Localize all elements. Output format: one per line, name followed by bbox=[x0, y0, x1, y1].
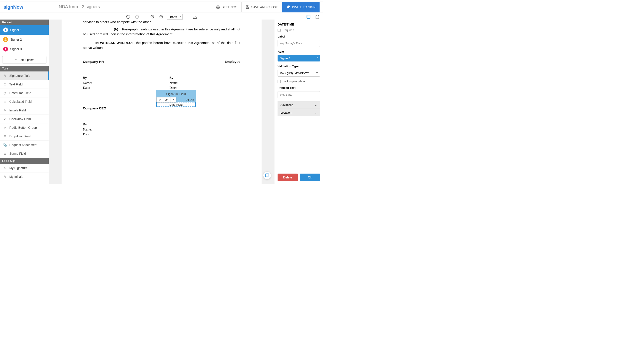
pages-button[interactable] bbox=[314, 14, 320, 20]
tool-radio-group[interactable]: ○Radio Button Group bbox=[0, 124, 49, 132]
label-field-label: Label bbox=[278, 35, 320, 38]
tool-signature-field[interactable]: ✎Signature Field bbox=[0, 72, 49, 80]
properties-panel: DATE/TIME Required Label Role Signer 1 V… bbox=[274, 20, 323, 184]
svg-point-14 bbox=[15, 59, 17, 60]
document-title[interactable]: NDA form - 3 signers bbox=[59, 4, 148, 10]
svg-rect-9 bbox=[307, 15, 310, 18]
validation-select[interactable]: Date (US): MM/DD/YY… bbox=[278, 70, 320, 76]
document-canvas[interactable]: services to others who compete with the … bbox=[49, 20, 274, 184]
download-button[interactable] bbox=[192, 14, 198, 20]
settings-button[interactable]: SETTINGS bbox=[212, 2, 241, 12]
signature-icon: ✎ bbox=[3, 166, 7, 170]
radio-icon: ○ bbox=[3, 126, 7, 130]
chat-button[interactable] bbox=[263, 171, 271, 179]
lock-signing-checkbox[interactable]: Lock signing date bbox=[278, 80, 320, 83]
person-icon bbox=[3, 28, 8, 32]
validation-field-label: Validation Type bbox=[278, 64, 320, 68]
field-mini-toolbar: OK ✕ bbox=[156, 97, 176, 102]
panel-title: DATE/TIME bbox=[274, 20, 323, 28]
tool-datetime-field[interactable]: ◷Date/Time Field bbox=[0, 89, 49, 98]
by-line: By bbox=[83, 75, 154, 80]
edit-signers-button[interactable]: Edit Signers bbox=[2, 56, 47, 64]
ok-button[interactable]: Ok bbox=[300, 174, 320, 181]
doc-paragraph: services to others who compete with the … bbox=[83, 20, 240, 25]
signer-item-3[interactable]: Signer 3 bbox=[0, 44, 49, 54]
logo: signNow bbox=[4, 4, 23, 10]
doc-paragraph: IN WITNESS WHEREOF, the parties hereto h… bbox=[83, 40, 240, 50]
initials-icon: ✎ bbox=[3, 108, 7, 112]
svg-point-11 bbox=[5, 29, 6, 30]
text-icon: 𝐓 bbox=[3, 82, 7, 86]
prefilled-field-label: Prefilled Text bbox=[278, 86, 320, 90]
zoom-select[interactable]: 100% bbox=[167, 14, 182, 20]
tool-calculated-field[interactable]: ▤Calculated Field bbox=[0, 98, 49, 106]
signer-item-1[interactable]: Signer 1 bbox=[0, 25, 49, 35]
signature-block-title: Company HR bbox=[83, 59, 154, 64]
tool-request-attachment[interactable]: 📎Request Attachment bbox=[0, 141, 49, 149]
name-line: Name: bbox=[83, 127, 240, 132]
svg-line-5 bbox=[162, 18, 163, 18]
signature-icon: ✎ bbox=[3, 74, 7, 78]
signer-item-2[interactable]: Signer 2 bbox=[0, 35, 49, 44]
person-icon bbox=[3, 46, 8, 52]
clock-icon: ◷ bbox=[3, 91, 7, 95]
checkbox-icon bbox=[278, 80, 281, 83]
role-field-label: Role bbox=[278, 50, 320, 53]
date-line: Date: bbox=[83, 85, 154, 90]
move-icon bbox=[158, 98, 161, 101]
location-accordion[interactable]: Location⌄ bbox=[278, 109, 320, 116]
stamp-icon: ⊔ bbox=[3, 152, 7, 155]
svg-point-0 bbox=[217, 6, 219, 8]
view-mode-button[interactable] bbox=[305, 14, 312, 20]
left-sidebar: Request Signer 1 Signer 2 Signer 3 Edit … bbox=[0, 20, 49, 184]
prefilled-input[interactable] bbox=[278, 91, 320, 98]
name-line: Name: bbox=[169, 80, 240, 86]
request-section-header: Request bbox=[0, 20, 49, 25]
check-icon: ✓ bbox=[3, 117, 7, 121]
by-line: By bbox=[169, 75, 240, 80]
invite-to-sign-button[interactable]: INVITE TO SIGN bbox=[282, 2, 320, 12]
zoom-in-button[interactable] bbox=[158, 14, 164, 20]
doc-paragraph: (h) Paragraph headings used in this Agre… bbox=[83, 27, 240, 37]
tool-text-field[interactable]: 𝐓Text Field bbox=[0, 80, 49, 89]
undo-button[interactable] bbox=[125, 14, 131, 20]
field-close-button[interactable]: ✕ bbox=[170, 98, 176, 102]
placed-signature-field[interactable]: Signature Field bbox=[156, 90, 196, 98]
field-ok-button[interactable]: OK bbox=[163, 98, 170, 102]
tool-checkbox-field[interactable]: ✓Checkbox Field bbox=[0, 115, 49, 124]
name-line: Name: bbox=[83, 80, 154, 86]
feather-icon bbox=[286, 5, 290, 9]
svg-point-12 bbox=[5, 38, 6, 40]
save-close-button[interactable]: SAVE AND CLOSE bbox=[241, 2, 282, 12]
attachment-icon: 📎 bbox=[3, 143, 7, 147]
calculator-icon: ▤ bbox=[3, 100, 7, 104]
edit-sign-section-header: Edit & Sign bbox=[0, 158, 49, 164]
placed-date-field-selected[interactable]: Date Field bbox=[156, 102, 196, 106]
required-checkbox[interactable]: Required bbox=[278, 28, 320, 32]
person-icon bbox=[3, 37, 8, 42]
field-move-button[interactable] bbox=[157, 98, 163, 102]
app-header: signNow NDA form - 3 signers SETTINGS SA… bbox=[0, 2, 323, 12]
role-select[interactable]: Signer 1 bbox=[278, 55, 320, 62]
tool-dropdown-field[interactable]: ▤Dropdown Field bbox=[0, 132, 49, 141]
by-line: By bbox=[83, 122, 240, 127]
redo-button[interactable] bbox=[134, 14, 140, 20]
chat-icon bbox=[265, 173, 269, 178]
signature-block-title: Employee bbox=[169, 59, 240, 64]
tool-my-signature[interactable]: ✎My Signature bbox=[0, 164, 49, 172]
tool-initials-field[interactable]: ✎Initials Field bbox=[0, 106, 49, 115]
delete-button[interactable]: Delete bbox=[278, 174, 298, 181]
advanced-accordion[interactable]: Advanced⌄ bbox=[278, 101, 320, 108]
tool-my-initials[interactable]: ✎My Initials bbox=[0, 172, 49, 181]
initials-icon: ✎ bbox=[3, 175, 7, 178]
save-icon bbox=[246, 5, 250, 9]
tools-section-header: Tools bbox=[0, 66, 49, 72]
label-input[interactable] bbox=[278, 40, 320, 47]
date-line: Date: bbox=[83, 132, 240, 137]
gear-icon bbox=[216, 5, 220, 9]
chevron-down-icon: ⌄ bbox=[315, 103, 317, 106]
svg-line-2 bbox=[153, 18, 154, 18]
zoom-out-button[interactable] bbox=[149, 14, 155, 20]
dropdown-icon: ▤ bbox=[3, 134, 7, 138]
tool-stamp-field[interactable]: ⊔Stamp Field bbox=[0, 149, 49, 158]
